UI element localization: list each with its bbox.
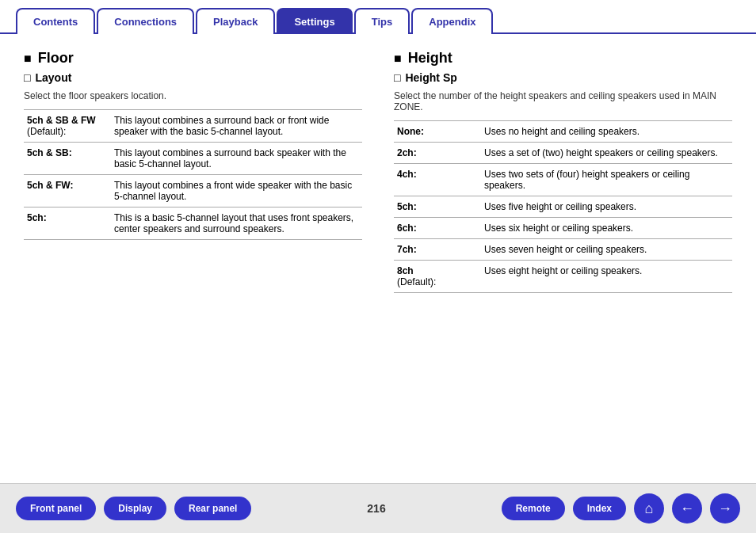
- front-panel-button[interactable]: Front panel: [16, 497, 96, 520]
- tab-playback[interactable]: Playback: [196, 8, 275, 34]
- table-row: 6ch:Uses six height or ceiling speakers.: [394, 218, 732, 239]
- top-nav: Contents Connections Playback Settings T…: [0, 0, 756, 34]
- index-button[interactable]: Index: [573, 497, 626, 520]
- row-value: This layout combines a surround back or …: [111, 110, 362, 143]
- back-button[interactable]: ←: [672, 493, 702, 523]
- height-section: Height Height Sp Select the number of th…: [394, 50, 732, 293]
- floor-description: Select the floor speakers location.: [24, 90, 362, 101]
- table-row: None:Uses no height and ceiling speakers…: [394, 121, 732, 143]
- table-row: 4ch:Uses two sets of (four) height speak…: [394, 164, 732, 196]
- tab-connections[interactable]: Connections: [97, 8, 194, 34]
- row-label: 5ch & SB & FW(Default):: [24, 110, 111, 143]
- floor-table: 5ch & SB & FW(Default):This layout combi…: [24, 109, 362, 240]
- table-row: 5ch:This is a basic 5-channel layout tha…: [24, 207, 362, 240]
- row-value: Uses no height and ceiling speakers.: [481, 121, 732, 143]
- row-value: This layout combines a surround back spe…: [111, 143, 362, 175]
- row-value: Uses seven height or ceiling speakers.: [481, 239, 732, 261]
- row-value: Uses five height or ceiling speakers.: [481, 196, 732, 218]
- bottom-nav-left: Front panel Display Rear panel: [16, 497, 251, 520]
- floor-section: Floor Layout Select the floor speakers l…: [24, 50, 362, 293]
- bottom-nav-right: Remote Index ⌂ ← →: [502, 493, 740, 523]
- row-label: None:: [394, 121, 481, 143]
- page-number: 216: [367, 502, 385, 515]
- row-value: Uses six height or ceiling speakers.: [481, 218, 732, 239]
- row-label: 7ch:: [394, 239, 481, 261]
- remote-button[interactable]: Remote: [502, 497, 565, 520]
- display-button[interactable]: Display: [104, 497, 166, 520]
- table-row: 5ch & SB:This layout combines a surround…: [24, 143, 362, 175]
- table-row: 7ch:Uses seven height or ceiling speaker…: [394, 239, 732, 261]
- table-row: 8ch(Default):Uses eight height or ceilin…: [394, 261, 732, 293]
- tab-appendix[interactable]: Appendix: [411, 8, 493, 34]
- row-value: This layout combines a front wide speake…: [111, 175, 362, 207]
- table-row: 5ch & FW:This layout combines a front wi…: [24, 175, 362, 207]
- forward-button[interactable]: →: [710, 493, 740, 523]
- row-label: 4ch:: [394, 164, 481, 196]
- row-label: 8ch(Default):: [394, 261, 481, 293]
- row-label: 5ch:: [24, 207, 111, 240]
- main-content: Floor Layout Select the floor speakers l…: [0, 34, 756, 309]
- tab-tips[interactable]: Tips: [354, 8, 410, 34]
- row-value: This is a basic 5-channel layout that us…: [111, 207, 362, 240]
- row-label: 5ch & FW:: [24, 175, 111, 207]
- row-value: Uses eight height or ceiling speakers.: [481, 261, 732, 293]
- row-value: Uses a set of (two) height speakers or c…: [481, 143, 732, 164]
- height-description: Select the number of the height speakers…: [394, 90, 732, 112]
- floor-title: Floor: [24, 50, 362, 67]
- row-label: 2ch:: [394, 143, 481, 164]
- height-title: Height: [394, 50, 732, 67]
- tab-contents[interactable]: Contents: [16, 8, 95, 34]
- layout-subtitle: Layout: [24, 71, 362, 84]
- tab-settings[interactable]: Settings: [277, 8, 352, 34]
- table-row: 2ch:Uses a set of (two) height speakers …: [394, 143, 732, 164]
- rear-panel-button[interactable]: Rear panel: [174, 497, 251, 520]
- row-label: 5ch:: [394, 196, 481, 218]
- height-table: None:Uses no height and ceiling speakers…: [394, 120, 732, 293]
- table-row: 5ch:Uses five height or ceiling speakers…: [394, 196, 732, 218]
- row-value: Uses two sets of (four) height speakers …: [481, 164, 732, 196]
- home-button[interactable]: ⌂: [634, 493, 664, 523]
- row-label: 5ch & SB:: [24, 143, 111, 175]
- height-sp-subtitle: Height Sp: [394, 71, 732, 84]
- bottom-nav: Front panel Display Rear panel 216 Remot…: [0, 483, 756, 533]
- row-label: 6ch:: [394, 218, 481, 239]
- table-row: 5ch & SB & FW(Default):This layout combi…: [24, 110, 362, 143]
